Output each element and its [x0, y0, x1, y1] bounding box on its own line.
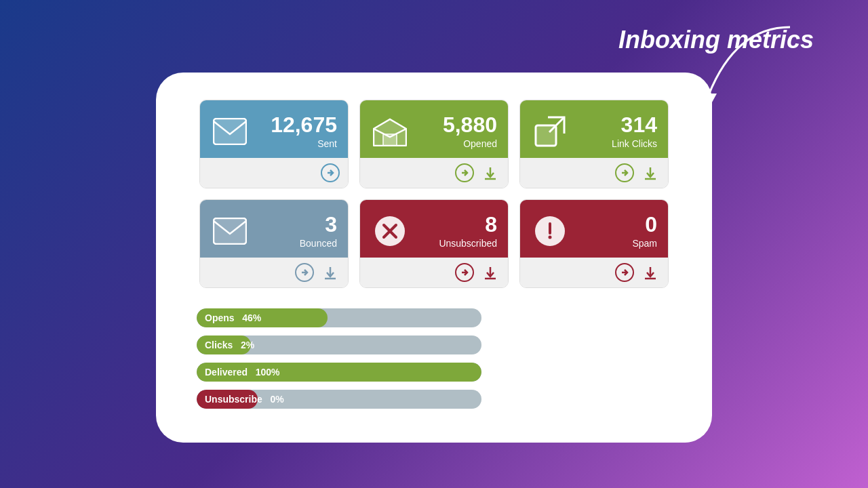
arrow-right-icon-spam[interactable] [615, 263, 634, 282]
metric-card-link-clicks: 314 Link Clicks [519, 100, 669, 188]
progress-row-unsubscribe: Unsubscribe 0% [197, 390, 671, 409]
envelope-icon [211, 113, 248, 150]
svg-rect-3 [383, 134, 397, 146]
download-icon-bounced[interactable] [321, 263, 340, 282]
svg-point-20 [548, 235, 551, 239]
metric-card-unsubscribed: 8 Unsubscribed [359, 199, 509, 288]
x-circle-icon [371, 212, 408, 249]
unsubscribe-bar-fill: Unsubscribe 0% [197, 390, 258, 409]
unsubscribed-label: Unsubscribed [439, 238, 497, 249]
bounced-label: Bounced [300, 238, 337, 249]
envelope-bounced-icon [211, 212, 248, 249]
envelope-open-icon [371, 113, 408, 150]
download-icon-spam[interactable] [641, 263, 660, 282]
metric-card-opened: 5,880 Opened [359, 100, 509, 188]
delivered-bar-track: Delivered 100% [197, 363, 481, 382]
svg-rect-1 [214, 119, 246, 144]
spam-number: 0 [645, 214, 657, 235]
opens-bar-track: Opens 46% [197, 308, 481, 327]
progress-row-clicks: Clicks 2% [197, 336, 671, 354]
sent-label: Sent [317, 138, 337, 149]
arrow-right-icon[interactable] [321, 163, 340, 182]
clicks-bar-fill: Clicks 2% [197, 336, 251, 354]
clicks-bar-track: Clicks 2% [197, 336, 481, 354]
unsubscribe-bar-track: Unsubscribe 0% [197, 390, 481, 409]
opened-label: Opened [463, 138, 497, 149]
metric-card-spam: 0 Spam [519, 199, 669, 288]
delivered-bar-fill: Delivered 100% [197, 363, 481, 382]
opened-number: 5,880 [443, 114, 497, 136]
title-label: Inboxing metrics [618, 26, 814, 54]
sent-number: 12,675 [271, 114, 337, 136]
svg-rect-10 [214, 218, 246, 244]
opens-bar-fill: Opens 46% [197, 308, 328, 327]
external-link-icon [531, 113, 568, 150]
arrow-right-icon-bounced[interactable] [295, 263, 314, 282]
spam-label: Spam [632, 238, 657, 249]
progress-section: Opens 46% Clicks 2% Delivered 100% [190, 308, 678, 409]
unsubscribed-number: 8 [485, 214, 497, 235]
download-icon-clicks[interactable] [641, 163, 660, 182]
main-card: 12,675 Sent [156, 73, 712, 443]
download-icon-unsub[interactable] [481, 263, 500, 282]
arrow-right-icon-unsub[interactable] [455, 263, 474, 282]
arrow-right-icon-clicks[interactable] [615, 163, 634, 182]
download-icon-opened[interactable] [481, 163, 500, 182]
progress-row-opens: Opens 46% [197, 308, 671, 327]
progress-row-delivered: Delivered 100% [197, 363, 671, 382]
arrow-right-icon-opened[interactable] [455, 163, 474, 182]
link-clicks-label: Link Clicks [612, 138, 657, 149]
metrics-grid: 12,675 Sent [190, 100, 678, 288]
metric-card-sent: 12,675 Sent [199, 100, 349, 188]
bounced-number: 3 [325, 214, 337, 235]
link-clicks-number: 314 [621, 114, 657, 136]
exclamation-circle-icon [531, 212, 568, 249]
metric-card-bounced: 3 Bounced [199, 199, 349, 288]
